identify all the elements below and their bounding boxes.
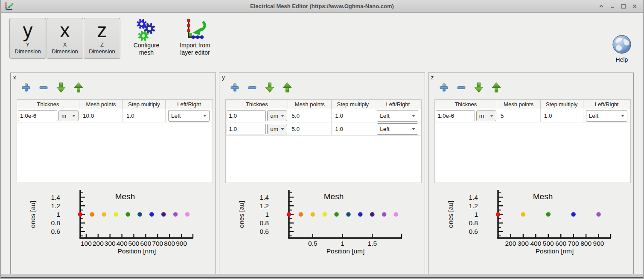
svg-text:900: 900 [593,240,604,247]
chevron-down-icon [203,115,207,117]
main-toolbar: y Y Dimension x X Dimension z Z Dimensio… [1,13,643,66]
unit-value: m [479,113,484,119]
svg-text:0.5: 0.5 [308,240,318,247]
col-step-multiply: Step multiply [541,100,583,109]
left-right-select[interactable]: Left [586,110,627,122]
unit-select[interactable]: m [58,110,79,121]
col-left-right: Left/Right [583,100,630,109]
unit-select[interactable]: m [476,110,496,121]
configure-mesh-label: Configure mesh [134,42,160,56]
left-right-select[interactable]: Left [377,123,418,135]
import-from-layer-editor-button[interactable]: Import from layer editor [173,18,217,61]
move-up-button[interactable] [490,81,502,93]
thickness-input[interactable] [18,110,57,121]
svg-text:1: 1 [474,211,478,218]
svg-text:0.6: 0.6 [51,228,60,235]
mesh-layer-row: m 5 1.0 Left [435,109,630,122]
svg-text:Mesh: Mesh [324,192,344,201]
col-step-multiply: Step multiply [332,100,374,109]
remove-row-button[interactable] [455,81,467,93]
move-up-button[interactable] [73,81,85,93]
z-dimension-button[interactable]: z Z Dimension [84,18,120,59]
help-button[interactable]: Help [609,34,635,63]
add-row-button[interactable] [20,81,32,93]
step-multiply-cell[interactable]: 1.0 [123,109,166,122]
arrow-up-icon [491,82,501,93]
window-controls [597,0,638,13]
move-down-button[interactable] [264,81,276,93]
left-right-select[interactable]: Left [377,110,418,122]
mesh-layer-row: um 5.0 1.0 Left [226,109,421,122]
mesh-points-cell[interactable]: 10.0 [79,109,123,122]
add-row-button[interactable] [229,81,241,93]
step-multiply-cell[interactable]: 1.0 [541,109,583,122]
svg-text:500: 500 [542,240,554,247]
thickness-input[interactable] [227,124,266,134]
svg-text:1.4: 1.4 [260,194,269,201]
svg-text:1: 1 [341,240,345,247]
svg-text:ones [au]: ones [au] [29,201,36,228]
mesh-points-cell[interactable]: 5 [497,109,541,122]
window-title: Electrical Mesh Editor (https://www.Oghm… [1,3,643,9]
svg-text:1.4: 1.4 [51,194,60,201]
mesh-plot-y: 1.41.210.80.60.511.5MeshPosition [um]one… [219,185,425,273]
left-right-select[interactable]: Left [168,110,210,122]
arrow-up-icon [282,82,292,93]
thickness-input[interactable] [436,110,475,121]
chevron-down-icon [412,128,415,130]
shade-button[interactable] [597,3,605,10]
x-dimension-button[interactable]: x X Dimension [47,18,83,59]
remove-row-button[interactable] [38,81,50,93]
svg-text:300: 300 [105,240,116,247]
plus-icon [230,82,240,93]
svg-text:Position [nm]: Position [nm] [535,247,574,255]
maximize-icon [621,3,627,9]
svg-text:600: 600 [555,240,566,247]
move-down-button[interactable] [473,81,485,93]
svg-text:1: 1 [265,211,269,218]
unit-value: m [61,113,66,119]
x-dimension-label: X Dimension [52,41,78,55]
z-glyph: z [97,19,107,41]
gears-icon [135,18,157,42]
panel-x-title: x [13,74,16,81]
minimize-icon [609,3,615,9]
svg-text:500: 500 [128,240,140,247]
unit-select[interactable]: um [267,110,287,121]
add-row-button[interactable] [438,81,450,93]
thickness-input[interactable] [227,110,266,121]
move-down-button[interactable] [55,81,67,93]
step-multiply-cell[interactable]: 1.0 [332,122,374,135]
move-up-button[interactable] [281,81,293,93]
panel-z-title: z [431,74,434,81]
mesh-points-cell[interactable]: 5.0 [288,122,332,135]
minimize-button[interactable] [609,3,616,10]
svg-text:Position [nm]: Position [nm] [118,247,156,255]
svg-text:ones [au]: ones [au] [238,201,245,228]
svg-text:0.8: 0.8 [469,219,478,227]
chevron-down-icon [412,115,415,117]
svg-text:0.8: 0.8 [51,219,60,227]
svg-text:Mesh: Mesh [533,192,552,201]
close-button[interactable] [631,3,638,10]
remove-row-button[interactable] [246,81,258,93]
plus-icon [21,82,31,93]
mesh-panel-z: z Thicknes Mesh points Step multiply Lef… [428,73,634,275]
mesh-row-toolbar [20,81,85,93]
unit-select[interactable]: um [267,124,287,134]
maximize-button[interactable] [620,3,627,10]
unit-value: um [270,113,278,119]
svg-text:800: 800 [164,240,175,247]
mesh-panel-y: y Thicknes Mesh points Step multiply Lef… [219,73,425,275]
step-multiply-cell[interactable]: 1.0 [332,109,374,122]
configure-mesh-button[interactable]: Configure mesh [127,18,166,61]
col-left-right: Left/Right [166,100,213,109]
table-header: Thicknes Mesh points Step multiply Left/… [17,100,213,109]
svg-text:0.6: 0.6 [260,228,269,235]
svg-text:800: 800 [580,240,592,247]
help-label: Help [616,56,628,63]
mesh-points-cell[interactable]: 5.0 [288,109,332,122]
mesh-row-toolbar [229,81,293,93]
y-dimension-button[interactable]: y Y Dimension [9,18,46,59]
titlebar[interactable]: Electrical Mesh Editor (https://www.Oghm… [1,0,643,13]
